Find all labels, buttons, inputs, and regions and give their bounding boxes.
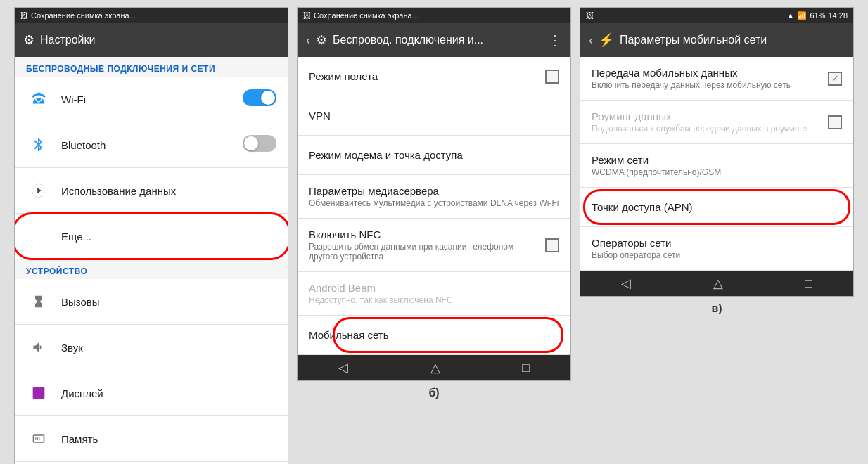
androidbeam-label: Android Beam xyxy=(309,282,559,294)
nav-home-c[interactable]: △ xyxy=(699,276,737,291)
sound-item[interactable]: Звук xyxy=(15,325,288,370)
apn-item[interactable]: Точки доступа (APN) xyxy=(580,188,853,227)
display-label: Дисплей xyxy=(61,387,276,399)
back-icon-c[interactable]: ‹ xyxy=(589,33,593,48)
apn-content: Точки доступа (APN) xyxy=(592,201,842,213)
wireless-icon-b: ⚙ xyxy=(316,32,327,48)
datatransfer-item[interactable]: Передача мобильных данных Включить перед… xyxy=(580,57,853,101)
section-device-header: УСТРОЙСТВО xyxy=(15,259,288,279)
nav-home-b[interactable]: △ xyxy=(416,360,454,375)
nfc-item[interactable]: Включить NFC Разрешить обмен данными при… xyxy=(298,219,570,272)
networkmode-item[interactable]: Режим сети WCDMA (предпочтительно)/GSM xyxy=(580,144,853,188)
data-item[interactable]: Использование данных xyxy=(15,168,288,214)
display-icon xyxy=(26,380,51,406)
nav-recent-b[interactable]: □ xyxy=(508,361,544,375)
calls-icon xyxy=(26,289,51,314)
wifi-icon xyxy=(26,86,51,112)
status-text-a: Сохранение снимка экрана... xyxy=(31,11,136,20)
display-content: Дисплей xyxy=(61,387,276,399)
airplane-label: Режим полета xyxy=(309,70,540,82)
memory-label: Память xyxy=(61,433,276,445)
modem-item[interactable]: Режим модема и точка доступа xyxy=(298,136,570,175)
operators-subtitle: Выбор оператора сети xyxy=(592,250,842,260)
mobile-content: Мобильная сеть xyxy=(309,329,559,341)
sound-content: Звук xyxy=(61,342,276,354)
mobile-item[interactable]: Мобильная сеть xyxy=(298,316,570,355)
menu-icon-b[interactable]: ⋮ xyxy=(548,32,562,49)
nav-recent-c[interactable]: □ xyxy=(791,276,826,291)
memory-item[interactable]: Память xyxy=(15,416,288,462)
status-bar-c: 🖼 ▲ 📶 61% 14:28 xyxy=(580,8,853,23)
status-text-b: Сохранение снимка экрана... xyxy=(314,11,419,20)
nfc-subtitle: Разрешить обмен данными при касании теле… xyxy=(309,242,540,262)
androidbeam-subtitle: Недоступно, так как выключена NFC xyxy=(309,295,559,305)
nfc-content: Включить NFC Разрешить обмен данными при… xyxy=(309,228,540,262)
airplane-content: Режим полета xyxy=(309,70,540,82)
signal-icon: ▲ xyxy=(787,11,795,20)
screenshot-icon-c: 🖼 xyxy=(586,11,594,20)
wifi-toggle[interactable] xyxy=(243,89,276,109)
mediaserver-item[interactable]: Параметры медиасервера Обменивайтесь мул… xyxy=(298,175,570,219)
more-label: Еще... xyxy=(61,231,276,243)
data-label: Использование данных xyxy=(61,185,276,197)
screenshot-icon-b: 🖼 xyxy=(303,11,311,20)
display-item[interactable]: Дисплей xyxy=(15,370,288,416)
more-content: Еще... xyxy=(61,231,276,243)
datatransfer-checkbox[interactable]: ✓ xyxy=(828,72,842,86)
title-b: Беспровод. подключения и... xyxy=(333,34,542,46)
more-item[interactable]: Еще... xyxy=(15,214,288,259)
panel-c: 🖼 ▲ 📶 61% 14:28 ‹ ⚡ Параметры мобильной … xyxy=(580,7,854,315)
modem-label: Режим модема и точка доступа xyxy=(309,149,559,161)
nav-back-c[interactable]: ◁ xyxy=(607,276,645,291)
operators-label: Операторы сети xyxy=(592,237,842,249)
datatransfer-subtitle: Включить передачу данных через мобильную… xyxy=(592,80,822,90)
calls-item[interactable]: Вызовы xyxy=(15,279,288,325)
androidbeam-content: Android Beam Недоступно, так как выключе… xyxy=(309,282,559,305)
title-bar-a: ⚙ Настройки xyxy=(15,23,288,57)
bluetooth-item[interactable]: Bluetooth xyxy=(15,122,288,168)
vpn-content: VPN xyxy=(309,110,559,122)
mediaserver-content: Параметры медиасервера Обменивайтесь мул… xyxy=(309,185,559,208)
bluetooth-icon xyxy=(26,132,51,157)
modem-content: Режим модема и точка доступа xyxy=(309,149,559,161)
more-icon xyxy=(26,224,51,249)
operators-item[interactable]: Операторы сети Выбор оператора сети xyxy=(580,227,853,271)
datatransfer-content: Передача мобильных данных Включить перед… xyxy=(592,67,822,90)
nfc-checkbox[interactable] xyxy=(545,238,559,252)
airplane-item[interactable]: Режим полета xyxy=(298,57,570,96)
roaming-label: Роуминг данных xyxy=(592,110,822,122)
wifi-item[interactable]: Wi-Fi xyxy=(15,77,288,122)
datatransfer-label: Передача мобильных данных xyxy=(592,67,822,79)
panel-b: 🖼 Сохранение снимка экрана... ‹ ⚙ Беспро… xyxy=(297,7,571,399)
wifi-content: Wi-Fi xyxy=(61,94,237,105)
battery-icon: 61% xyxy=(810,11,825,20)
bluetooth-toggle[interactable] xyxy=(243,135,276,155)
label-b: б) xyxy=(428,387,439,399)
apn-label: Точки доступа (APN) xyxy=(592,201,842,213)
section-wireless-header: БЕСПРОВОДНЫЕ ПОДКЛЮЧЕНИЯ И СЕТИ xyxy=(15,57,288,77)
time-display: 14:28 xyxy=(828,11,848,20)
roaming-item: Роуминг данных Подключаться к службам пе… xyxy=(580,101,853,144)
back-icon-b[interactable]: ‹ xyxy=(306,33,310,48)
nav-bar-b: ◁ △ □ xyxy=(298,355,570,380)
roaming-subtitle: Подключаться к службам передачи данных в… xyxy=(592,124,822,134)
vpn-item[interactable]: VPN xyxy=(298,96,570,136)
bluetooth-content: Bluetooth xyxy=(61,139,237,151)
mobile-settings-icon-c: ⚡ xyxy=(599,32,614,48)
svg-rect-1 xyxy=(33,387,45,399)
nfc-label: Включить NFC xyxy=(309,228,540,240)
sound-label: Звук xyxy=(61,342,276,354)
title-c: Параметры мобильной сети xyxy=(620,34,845,46)
wifi-status-icon: 📶 xyxy=(797,11,807,20)
svg-rect-2 xyxy=(34,435,44,442)
operators-content: Операторы сети Выбор оператора сети xyxy=(592,237,842,260)
settings-list-b: Режим полета VPN Режим модема и точка до… xyxy=(298,57,570,355)
label-c: в) xyxy=(711,302,722,315)
nav-back-b[interactable]: ◁ xyxy=(324,360,362,375)
memory-content: Память xyxy=(61,433,276,445)
androidbeam-item: Android Beam Недоступно, так как выключе… xyxy=(298,272,570,316)
panel-a: 🖼 Сохранение снимка экрана... ⚙ Настройк… xyxy=(14,7,288,464)
vpn-label: VPN xyxy=(309,110,559,122)
airplane-checkbox[interactable] xyxy=(545,70,559,84)
settings-list-c: Передача мобильных данных Включить перед… xyxy=(580,57,853,271)
